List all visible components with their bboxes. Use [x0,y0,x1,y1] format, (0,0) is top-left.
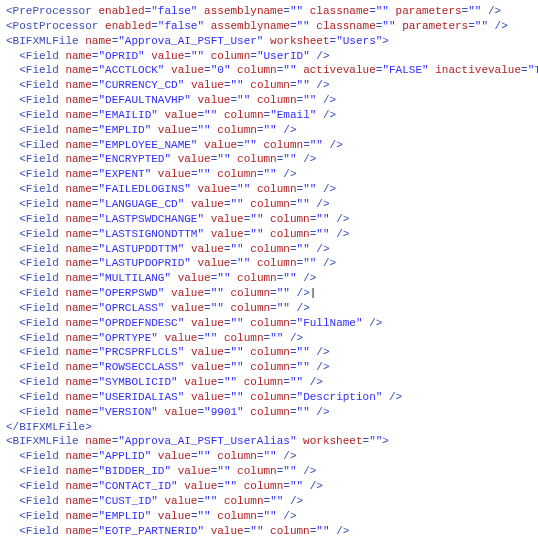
code-line[interactable]: <Field name="LASTUPDOPRID" value="" colu… [6,256,532,271]
code-line[interactable]: <Field name="LASTSIGNONDTTM" value="" co… [6,227,532,242]
code-line[interactable]: <PreProcessor enabled="false" assemblyna… [6,4,532,19]
xml-code-editor[interactable]: <PreProcessor enabled="false" assemblyna… [0,0,538,536]
code-line[interactable]: <Field name="USERIDALIAS" value="" colum… [6,390,532,405]
code-line[interactable]: <Field name="BIDDER_ID" value="" column=… [6,464,532,479]
code-line[interactable]: <Field name="SYMBOLICID" value="" column… [6,375,532,390]
code-line[interactable]: <Field name="LANGUAGE_CD" value="" colum… [6,197,532,212]
code-line[interactable]: <Field name="DEFAULTNAVHP" value="" colu… [6,93,532,108]
code-line[interactable]: <Field name="FAILEDLOGINS" value="" colu… [6,182,532,197]
code-line[interactable]: <Field name="VERSION" value="9901" colum… [6,405,532,420]
code-line[interactable]: <Field name="EMPLID" value="" column="" … [6,509,532,524]
code-line[interactable]: <Field name="LASTUPDDTTM" value="" colum… [6,242,532,257]
code-line[interactable]: <Field name="ENCRYPTED" value="" column=… [6,152,532,167]
code-line[interactable]: <Field name="PRCSPRFLCLS" value="" colum… [6,345,532,360]
code-line[interactable]: <Field name="EMPLID" value="" column="" … [6,123,532,138]
code-line[interactable]: <Field name="OPERPSWD" value="" column="… [6,286,532,301]
code-line[interactable]: <Field name="APPLID" value="" column="" … [6,449,532,464]
code-line[interactable]: <Field name="OPRDEFNDESC" value="" colum… [6,316,532,331]
code-line[interactable]: <Field name="CURRENCY_CD" value="" colum… [6,78,532,93]
code-line[interactable]: <Field name="EXPENT" value="" column="" … [6,167,532,182]
code-line[interactable]: <Field name="EOTP_PARTNERID" value="" co… [6,524,532,536]
code-line[interactable]: <Field name="OPRCLASS" value="" column="… [6,301,532,316]
code-line[interactable]: <Filed name="EMPLOYEE_NAME" value="" col… [6,138,532,153]
code-line[interactable]: <Field name="LASTPSWDCHANGE" value="" co… [6,212,532,227]
code-line[interactable]: <PostProcessor enabled="false" assemblyn… [6,19,532,34]
code-line[interactable]: <Field name="ACCTLOCK" value="0" column=… [6,63,532,78]
code-line[interactable]: </BIFXMLFile> [6,420,532,435]
code-line[interactable]: <Field name="ROWSECCLASS" value="" colum… [6,360,532,375]
code-line[interactable]: <Field name="CUST_ID" value="" column=""… [6,494,532,509]
code-line[interactable]: <Field name="MULTILANG" value="" column=… [6,271,532,286]
code-line[interactable]: <Field name="CONTACT_ID" value="" column… [6,479,532,494]
code-line[interactable]: <BIFXMLFile name="Approva_AI_PSFT_UserAl… [6,434,532,449]
code-line[interactable]: <Field name="OPRID" value="" column="Use… [6,49,532,64]
code-line[interactable]: <Field name="OPRTYPE" value="" column=""… [6,331,532,346]
code-line[interactable]: <BIFXMLFile name="Approva_AI_PSFT_User" … [6,34,532,49]
code-line[interactable]: <Field name="EMAILID" value="" column="E… [6,108,532,123]
